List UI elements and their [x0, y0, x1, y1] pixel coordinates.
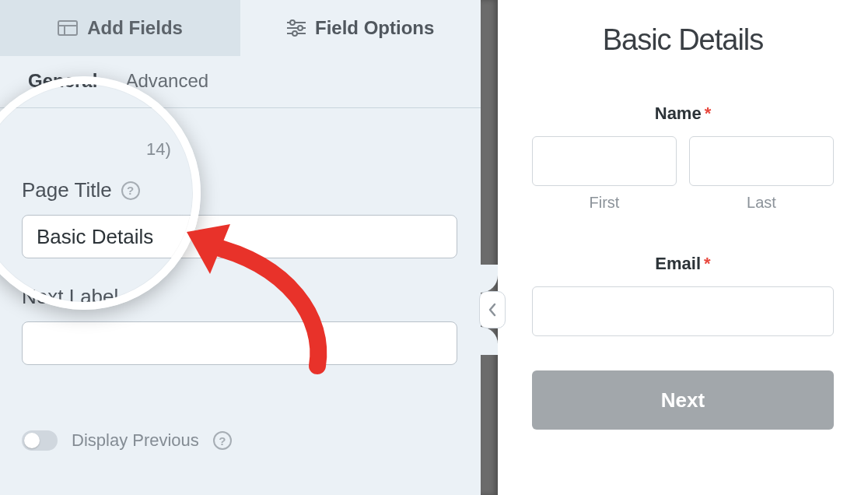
settings-body: 14) Page Title ? Next Label Display Prev…	[0, 108, 481, 466]
last-name-input[interactable]	[689, 136, 834, 186]
sliders-icon	[287, 19, 306, 37]
display-previous-label: Display Previous	[72, 430, 199, 451]
next-button[interactable]: Next	[532, 370, 834, 430]
display-previous-toggle[interactable]	[22, 430, 58, 451]
tab-add-fields[interactable]: Add Fields	[0, 0, 240, 56]
next-label-label: Next Label	[22, 285, 118, 309]
name-fields-row: First Last	[532, 136, 834, 212]
help-icon[interactable]: ?	[213, 431, 232, 450]
sub-tabs: General Advanced	[0, 56, 481, 108]
toggle-knob	[24, 433, 40, 448]
settings-panel: Add Fields Field Options General Advance…	[0, 0, 481, 495]
page-title-label: Page Title	[22, 178, 112, 202]
name-field-label: Name*	[655, 104, 711, 124]
svg-rect-0	[58, 21, 77, 35]
subtab-advanced[interactable]: Advanced	[125, 70, 208, 97]
first-name-sublabel: First	[590, 194, 620, 212]
svg-point-6	[298, 26, 303, 30]
collapse-handle[interactable]	[479, 291, 506, 328]
form-fields-icon	[58, 20, 78, 36]
page-title-input[interactable]	[22, 215, 457, 258]
chevron-left-icon	[488, 303, 497, 317]
panel-divider	[481, 0, 498, 495]
svg-point-8	[292, 31, 297, 36]
tab-add-fields-label: Add Fields	[87, 17, 183, 39]
email-input[interactable]	[532, 286, 834, 336]
top-tabs: Add Fields Field Options	[0, 0, 481, 56]
field-id-text: 14)	[22, 124, 459, 178]
help-icon[interactable]: ?	[121, 181, 140, 200]
form-preview: Basic Details Name* First Last Email* Ne…	[498, 0, 868, 495]
email-field-label: Email*	[532, 254, 834, 274]
first-name-input[interactable]	[532, 136, 677, 186]
tab-field-options[interactable]: Field Options	[240, 0, 481, 56]
preview-page-title: Basic Details	[603, 23, 764, 57]
svg-point-4	[290, 20, 295, 25]
last-name-sublabel: Last	[747, 194, 776, 212]
next-label-input[interactable]	[22, 321, 457, 365]
subtab-general[interactable]: General	[28, 70, 97, 97]
tab-field-options-label: Field Options	[315, 17, 434, 39]
